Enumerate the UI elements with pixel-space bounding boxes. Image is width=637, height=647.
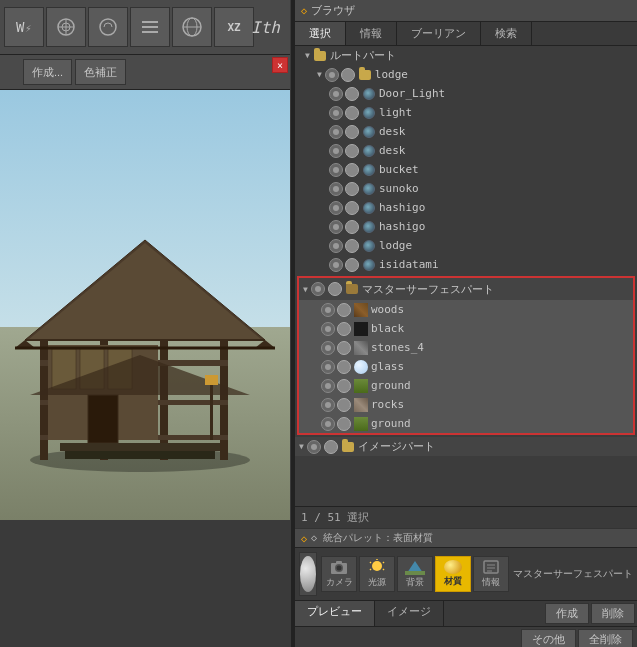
material-btn[interactable]: 材質	[435, 556, 471, 592]
close-button[interactable]: ×	[272, 57, 288, 73]
tab-info[interactable]: 情報	[346, 22, 397, 45]
vis-icon	[329, 258, 343, 272]
tool-btn-1[interactable]: W ⚡	[4, 7, 44, 47]
palette-actions: 作成 削除	[543, 601, 637, 626]
mat-rocks[interactable]: rocks	[299, 395, 633, 414]
tree-item-isidatami[interactable]: isidatami	[295, 255, 637, 274]
render-icon	[345, 125, 359, 139]
delete-action-btn[interactable]: 削除	[591, 603, 635, 624]
tool-btn-4[interactable]	[130, 7, 170, 47]
vis-icon	[329, 220, 343, 234]
palette-tab-preview[interactable]: プレビュー	[295, 601, 375, 626]
color-correct-button[interactable]: 色補正	[75, 59, 126, 85]
svg-rect-42	[336, 561, 342, 564]
delete-all-btn[interactable]: 全削除	[578, 629, 633, 647]
render-icon	[345, 106, 359, 120]
selection-count: 1 / 51 選択	[301, 511, 369, 524]
tree-item-hashigo2[interactable]: hashigo	[295, 217, 637, 236]
expand-icon: ▼	[305, 51, 310, 60]
mat-ground1[interactable]: ground	[299, 376, 633, 395]
svg-rect-35	[210, 380, 213, 440]
mat-thumb-glass	[354, 360, 368, 374]
vis-icon	[321, 341, 335, 355]
item-label: desk	[379, 144, 406, 157]
mat-label: rocks	[371, 398, 404, 411]
tree-item-doorlight[interactable]: Door_Light	[295, 84, 637, 103]
vis-icon	[329, 106, 343, 120]
svg-point-6	[100, 19, 116, 35]
tree-item-bucket[interactable]: bucket	[295, 160, 637, 179]
lodge-label: lodge	[375, 68, 408, 81]
tree-lodge[interactable]: ▼ lodge	[295, 65, 637, 84]
svg-marker-27	[28, 243, 262, 340]
tool-btn-3[interactable]	[88, 7, 128, 47]
tree-item-light[interactable]: light	[295, 103, 637, 122]
tab-search[interactable]: 検索	[481, 22, 532, 45]
render-icon	[328, 282, 342, 296]
root-folder-icon	[313, 49, 327, 63]
mat-thumb-black	[354, 322, 368, 336]
vis-icon	[311, 282, 325, 296]
svg-rect-8	[142, 26, 158, 28]
tab-select[interactable]: 選択	[295, 22, 346, 45]
tree-root[interactable]: ▼ ルートパート	[295, 46, 637, 65]
globe-icon	[362, 125, 376, 139]
item-label: isidatami	[379, 258, 439, 271]
create-action-btn[interactable]: 作成	[545, 603, 589, 624]
svg-rect-50	[405, 571, 425, 575]
palette-tab-image[interactable]: イメージ	[375, 601, 444, 626]
bottom-actions: その他 全削除	[295, 627, 637, 647]
light-btn[interactable]: 光源	[359, 556, 395, 592]
globe-icon	[362, 144, 376, 158]
render-icon	[337, 341, 351, 355]
tree-item-hashigo1[interactable]: hashigo	[295, 198, 637, 217]
vis-icon	[329, 163, 343, 177]
image-part-header[interactable]: ▼ イメージパート	[295, 437, 637, 456]
mat-glass[interactable]: glass	[299, 357, 633, 376]
item-label: lodge	[379, 239, 412, 252]
tool-btn-5[interactable]	[172, 7, 212, 47]
tree-item-sunoko[interactable]: sunoko	[295, 179, 637, 198]
vis-icon	[321, 303, 335, 317]
folder-icon	[345, 282, 359, 296]
svg-text:W: W	[16, 19, 25, 35]
svg-rect-25	[88, 395, 118, 443]
3d-viewport[interactable]	[0, 90, 290, 520]
expand-icon: ▼	[317, 70, 322, 79]
info-btn[interactable]: 情報	[473, 556, 509, 592]
mat-stones[interactable]: stones_4	[299, 338, 633, 357]
vis-icon	[329, 182, 343, 196]
vis-icon	[321, 417, 335, 431]
globe-icon	[362, 201, 376, 215]
create-button[interactable]: 作成...	[23, 59, 72, 85]
master-surface-header[interactable]: ▼ マスターサーフェスパート	[299, 278, 633, 300]
render-icon	[345, 144, 359, 158]
second-toolbar: × 作成... 色補正	[0, 55, 290, 90]
camera-btn[interactable]: カメラ	[321, 556, 357, 592]
vis-icon	[329, 201, 343, 215]
background-btn[interactable]: 背景	[397, 556, 433, 592]
mat-black[interactable]: black	[299, 319, 633, 338]
preview-sphere	[299, 552, 317, 596]
mat-thumb-ground	[354, 379, 368, 393]
master-surface-section: ▼ マスターサーフェスパート woods black	[297, 276, 635, 435]
other-action-btn[interactable]: その他	[521, 629, 576, 647]
status-bar: 1 / 51 選択	[295, 506, 637, 528]
right-panel: ◇ ブラウザ 選択 情報 ブーリアン 検索 ▼ ルートパート ▼ lodge D…	[293, 0, 637, 647]
item-label: desk	[379, 125, 406, 138]
diamond-icon: ◇	[301, 5, 307, 16]
tree-item-desk1[interactable]: desk	[295, 122, 637, 141]
mat-woods[interactable]: woods	[299, 300, 633, 319]
vis-icon	[329, 87, 343, 101]
tree-item-desk2[interactable]: desk	[295, 141, 637, 160]
palette-panel: ◇ ◇ 統合パレット：表面材質 カメラ 光源	[295, 528, 637, 647]
tree-item-lodge2[interactable]: lodge	[295, 236, 637, 255]
tab-boolean[interactable]: ブーリアン	[397, 22, 481, 45]
scene-tree[interactable]: ▼ ルートパート ▼ lodge Door_Light light	[295, 46, 637, 506]
tool-btn-xz[interactable]: XZ	[214, 7, 254, 47]
folder-icon	[341, 440, 355, 454]
palette-section-label: マスターサーフェスパート	[513, 567, 633, 581]
mat-ground2[interactable]: ground	[299, 414, 633, 433]
tool-btn-2[interactable]	[46, 7, 86, 47]
vis-icon	[307, 440, 321, 454]
